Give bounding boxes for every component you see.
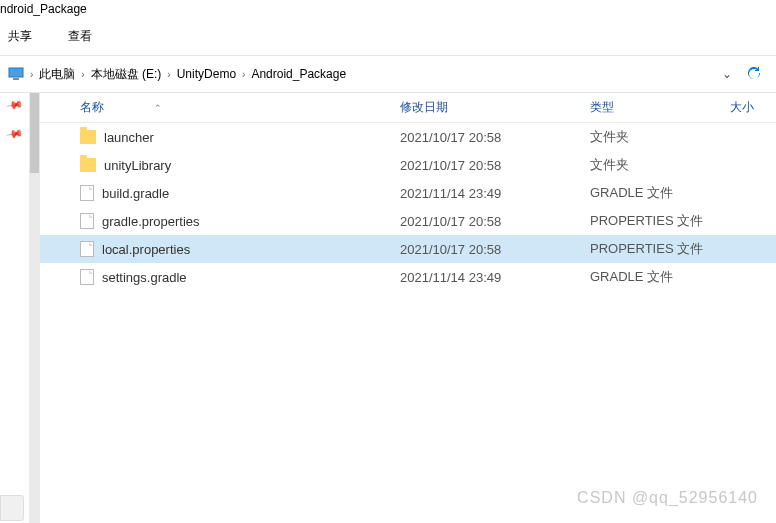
address-bar: › 此电脑 › 本地磁盘 (E:) › UnityDemo › Android_… (0, 56, 776, 93)
watermark: CSDN @qq_52956140 (577, 489, 758, 507)
file-row[interactable]: build.gradle2021/11/14 23:49GRADLE 文件 (40, 179, 776, 207)
menu-bar: 共享 查看 (0, 22, 776, 56)
column-headers: 名称 ⌃ 修改日期 类型 大小 (40, 93, 776, 123)
folder-icon (80, 130, 96, 144)
file-icon (80, 213, 94, 229)
file-row[interactable]: launcher2021/10/17 20:58文件夹 (40, 123, 776, 151)
menu-share[interactable]: 共享 (0, 26, 40, 47)
breadcrumb-folder[interactable]: Android_Package (251, 67, 346, 81)
quick-access-pane: 📌 📌 (0, 93, 30, 523)
file-icon (80, 185, 94, 201)
file-name: gradle.properties (102, 214, 200, 229)
file-date: 2021/10/17 20:58 (400, 242, 590, 257)
folder-icon (80, 158, 96, 172)
file-date: 2021/11/14 23:49 (400, 270, 590, 285)
file-name: settings.gradle (102, 270, 187, 285)
svg-rect-0 (9, 68, 23, 77)
file-row[interactable]: settings.gradle2021/11/14 23:49GRADLE 文件 (40, 263, 776, 291)
breadcrumb-drive[interactable]: 本地磁盘 (E:) (91, 66, 162, 83)
svg-rect-1 (13, 78, 19, 80)
window-title: ndroid_Package (0, 0, 776, 22)
tree-scrollbar[interactable] (30, 93, 40, 523)
file-icon (80, 241, 94, 257)
file-row[interactable]: unityLibrary2021/10/17 20:58文件夹 (40, 151, 776, 179)
pin-icon[interactable]: 📌 (5, 96, 24, 115)
file-name: build.gradle (102, 186, 169, 201)
chevron-right-icon: › (28, 69, 35, 80)
header-date[interactable]: 修改日期 (400, 99, 590, 116)
chevron-right-icon: › (240, 69, 247, 80)
file-name: local.properties (102, 242, 190, 257)
file-type: GRADLE 文件 (590, 184, 730, 202)
chevron-down-icon[interactable]: ⌄ (722, 67, 732, 81)
pin-icon[interactable]: 📌 (5, 125, 24, 144)
breadcrumb[interactable]: › 此电脑 › 本地磁盘 (E:) › UnityDemo › Android_… (8, 66, 722, 83)
header-name[interactable]: 名称 (80, 99, 104, 116)
refresh-icon (746, 66, 762, 82)
header-size[interactable]: 大小 (730, 99, 776, 116)
file-type: 文件夹 (590, 128, 730, 146)
refresh-button[interactable] (740, 62, 768, 86)
chevron-right-icon: › (165, 69, 172, 80)
breadcrumb-pc[interactable]: 此电脑 (39, 66, 75, 83)
breadcrumb-folder[interactable]: UnityDemo (177, 67, 236, 81)
file-type: GRADLE 文件 (590, 268, 730, 286)
file-date: 2021/10/17 20:58 (400, 158, 590, 173)
file-row[interactable]: local.properties2021/10/17 20:58PROPERTI… (40, 235, 776, 263)
file-list-pane: 名称 ⌃ 修改日期 类型 大小 launcher2021/10/17 20:58… (40, 93, 776, 523)
file-icon (80, 269, 94, 285)
sort-ascending-icon: ⌃ (154, 103, 162, 113)
file-type: PROPERTIES 文件 (590, 212, 730, 230)
file-type: 文件夹 (590, 156, 730, 174)
file-name: unityLibrary (104, 158, 171, 173)
file-name: launcher (104, 130, 154, 145)
menu-view[interactable]: 查看 (60, 26, 100, 47)
file-rows: launcher2021/10/17 20:58文件夹unityLibrary2… (40, 123, 776, 291)
file-date: 2021/10/17 20:58 (400, 130, 590, 145)
chevron-right-icon: › (79, 69, 86, 80)
this-pc-icon (8, 67, 24, 81)
file-date: 2021/11/14 23:49 (400, 186, 590, 201)
file-row[interactable]: gradle.properties2021/10/17 20:58PROPERT… (40, 207, 776, 235)
file-type: PROPERTIES 文件 (590, 240, 730, 258)
status-bar-handle[interactable] (0, 495, 24, 521)
header-type[interactable]: 类型 (590, 99, 730, 116)
file-date: 2021/10/17 20:58 (400, 214, 590, 229)
